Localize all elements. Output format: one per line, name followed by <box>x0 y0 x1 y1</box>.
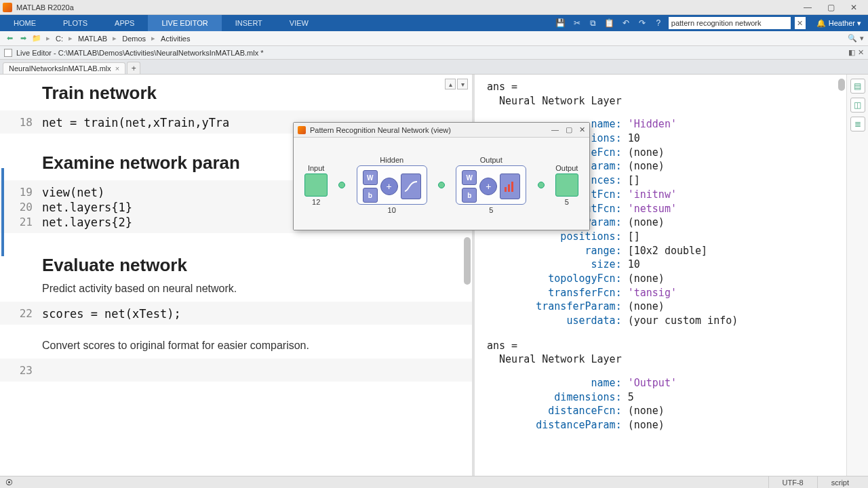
svg-rect-0 <box>505 187 507 192</box>
chevron-right-icon: ▸ <box>45 34 52 43</box>
address-bar: ⬅ ➡ 📁 ▸ C: ▸ MATLAB ▸ Demos ▸ Activities… <box>0 31 868 46</box>
output-text: Neural Network Layer <box>487 94 838 108</box>
diagram-input-block <box>304 174 328 197</box>
window-maximize-button[interactable]: ▢ <box>819 1 842 14</box>
quick-access-toolbar: 💾 ✂ ⧉ 📋 ↶ ↷ ? ✕ <box>551 15 810 31</box>
toolstrip-tab-insert[interactable]: INSERT <box>222 15 276 31</box>
float-minimize-icon[interactable]: — <box>551 125 559 134</box>
paste-icon[interactable]: 📋 <box>604 17 616 29</box>
diagram-node <box>538 182 545 188</box>
svg-rect-2 <box>511 182 513 192</box>
toolstrip-tab-live-editor[interactable]: LIVE EDITOR <box>148 15 221 31</box>
diagram-label: Input <box>308 164 324 172</box>
panel-menu-icon[interactable]: ◧ <box>848 48 855 57</box>
output-text: ans = <box>487 339 838 353</box>
help-icon[interactable]: ? <box>652 17 665 29</box>
section-text: Convert scores to original format for ea… <box>42 340 465 352</box>
user-menu[interactable]: 🔔 Heather ▾ <box>810 15 868 31</box>
output-inline-icon[interactable]: ▤ <box>850 79 865 94</box>
copy-icon[interactable]: ⧉ <box>587 17 599 29</box>
cut-icon[interactable]: ✂ <box>571 17 583 29</box>
breadcrumb[interactable]: C: <box>54 35 64 43</box>
float-close-icon[interactable]: ✕ <box>579 125 585 134</box>
breadcrumb[interactable]: Demos <box>121 35 147 43</box>
dropdown-icon[interactable]: ▾ <box>860 34 864 43</box>
output-struct-row: distanceFcn: (none) <box>487 404 838 418</box>
nav-back-icon[interactable]: ⬅ <box>4 34 15 43</box>
file-tab-label: NeuralNetworksInMATLAB.mlx <box>9 64 111 73</box>
editor-scrollbar[interactable] <box>464 237 471 285</box>
output-struct-row: distanceParam: (none) <box>487 418 838 432</box>
diagram-node <box>338 182 345 188</box>
redo-icon[interactable]: ↷ <box>636 17 648 29</box>
window-minimize-button[interactable]: — <box>796 1 819 14</box>
search-input[interactable] <box>669 17 791 29</box>
breadcrumb[interactable]: MATLAB <box>77 35 108 43</box>
diagram-label: Output <box>555 164 578 172</box>
document-icon <box>4 49 12 57</box>
toolstrip-tab-view[interactable]: VIEW <box>276 15 322 31</box>
output-right-icon[interactable]: ◫ <box>850 98 865 113</box>
diagram-sum-block: + <box>380 178 398 195</box>
diagram-size: 10 <box>388 206 396 214</box>
code-line[interactable]: scores = net(xTest); <box>42 306 181 321</box>
output-struct-row: userdata: (your custom info) <box>487 314 838 328</box>
line-number: 20 <box>0 199 42 214</box>
user-name: Heather ▾ <box>829 19 861 28</box>
output-struct-row: name: 'Output' <box>487 376 838 390</box>
output-struct-row: range: [10x2 double] <box>487 244 838 258</box>
code-line[interactable]: net.layers{2} <box>42 214 132 229</box>
diagram-label: Output <box>480 156 502 164</box>
code-line[interactable] <box>42 363 49 378</box>
section-text: Predict activity based on neural network… <box>42 283 465 295</box>
breadcrumb[interactable]: Activities <box>159 35 191 43</box>
new-tab-button[interactable]: + <box>127 62 140 74</box>
network-view-window[interactable]: Pattern Recognition Neural Network (view… <box>293 122 590 230</box>
toolstrip-tab-plots[interactable]: PLOTS <box>50 15 101 31</box>
float-titlebar[interactable]: Pattern Recognition Neural Network (view… <box>294 123 589 138</box>
code-line[interactable]: net.layers{1} <box>42 199 132 214</box>
diagram-size: 5 <box>565 198 569 206</box>
nav-fwd-icon[interactable]: ➡ <box>18 34 28 43</box>
diagram-node <box>438 182 445 188</box>
line-number: 19 <box>0 184 42 199</box>
toolstrip-tab-home[interactable]: HOME <box>0 15 50 31</box>
bell-icon[interactable]: 🔔 <box>816 19 826 28</box>
output-struct-row: dimensions: 5 <box>487 390 838 405</box>
panel-close-icon[interactable]: ✕ <box>858 48 864 57</box>
search-folder-icon[interactable]: 🔍 <box>848 34 857 43</box>
window-close-button[interactable]: ✕ <box>842 1 865 14</box>
output-struct-row: transferFcn: 'tansig' <box>487 286 838 300</box>
output-hide-icon[interactable]: ≣ <box>850 117 865 131</box>
search-clear-icon[interactable]: ✕ <box>795 17 806 29</box>
file-tab-close-icon[interactable]: × <box>115 64 119 73</box>
output-text: ans = <box>487 80 838 94</box>
folder-up-icon[interactable]: 📁 <box>31 34 42 43</box>
output-struct-row: positions: [] <box>487 230 838 244</box>
svg-rect-1 <box>508 184 510 192</box>
line-number: 22 <box>0 306 42 321</box>
diagram-output-layer: W b + <box>456 165 526 205</box>
diagram-output-block <box>555 174 578 197</box>
diagram-sum-block: + <box>479 178 497 195</box>
diagram-bias-block: b <box>462 188 477 203</box>
output-struct-row: topologyFcn: (none) <box>487 272 838 286</box>
code-line[interactable]: view(net) <box>42 184 104 199</box>
editor-tabs: NeuralNetworksInMATLAB.mlx × + <box>0 60 868 75</box>
active-section-marker <box>1 168 4 256</box>
code-line[interactable]: net = train(net,xTrain,yTra <box>42 115 229 129</box>
toolstrip: HOME PLOTS APPS LIVE EDITOR INSERT VIEW … <box>0 15 868 31</box>
diagram-activation-block <box>401 174 421 199</box>
network-diagram: Input 12 Hidden W b + 10 <box>294 138 589 230</box>
save-icon[interactable]: 💾 <box>555 17 567 29</box>
file-tab[interactable]: NeuralNetworksInMATLAB.mlx × <box>3 62 125 74</box>
output-scrollbar[interactable] <box>838 79 845 91</box>
layout-side-strip: ▤ ◫ ≣ <box>846 75 868 476</box>
undo-icon[interactable]: ↶ <box>620 17 632 29</box>
diagram-softmax-block <box>500 174 520 199</box>
section-heading: Train network <box>42 83 465 104</box>
diagram-weight-block: W <box>363 170 378 185</box>
float-maximize-icon[interactable]: ▢ <box>566 125 572 134</box>
output-struct-row: transferParam: (none) <box>487 300 838 314</box>
toolstrip-tab-apps[interactable]: APPS <box>101 15 148 31</box>
